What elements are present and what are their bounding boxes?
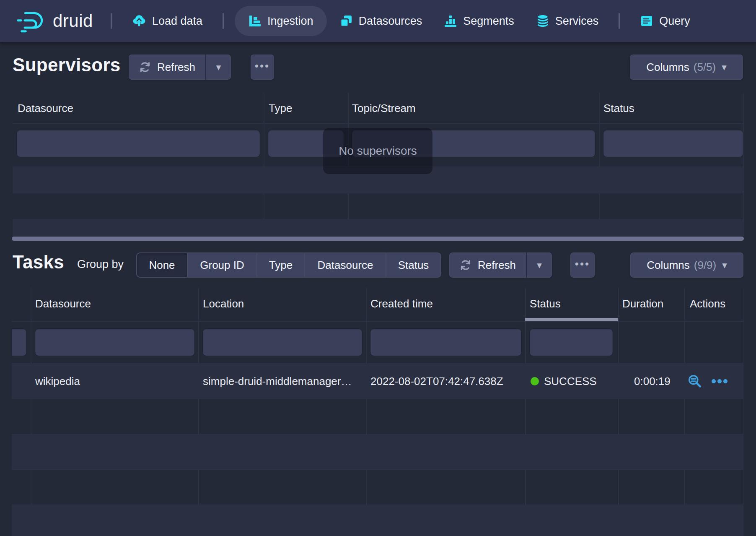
refresh-icon <box>459 259 472 271</box>
segments-bars-icon <box>444 14 457 28</box>
header-created-time[interactable]: Created time <box>370 288 433 319</box>
header-datasource[interactable]: Datasource <box>35 288 91 319</box>
chevron-down-icon: ▾ <box>722 62 727 72</box>
header-duration[interactable]: Duration <box>622 288 663 319</box>
status-text: SUCCESS <box>544 375 597 388</box>
row-more-actions-icon[interactable] <box>711 379 728 384</box>
created-time-filter-input[interactable] <box>370 329 521 356</box>
task-row[interactable]: wikipedia simple-druid-middlemanager… 20… <box>12 364 743 399</box>
query-document-icon <box>640 14 653 28</box>
hidden-column-filter-input[interactable] <box>12 329 26 356</box>
columns-count: (5/5) <box>694 61 716 74</box>
view-details-magnifier-icon[interactable] <box>688 374 702 388</box>
tasks-title: Tasks <box>13 252 64 273</box>
tasks-refresh-button[interactable]: Refresh <box>449 252 526 278</box>
column-divider <box>599 93 600 236</box>
table-row <box>13 220 743 236</box>
supervisors-title: Supervisors <box>13 55 121 75</box>
more-icon: ••• <box>255 60 270 71</box>
cell-duration: 0:00:19 <box>634 364 671 399</box>
nav-divider <box>111 13 112 29</box>
empty-state: No supervisors <box>323 128 432 174</box>
header-topic-stream[interactable]: Topic/Stream <box>352 93 416 124</box>
status-filter-input[interactable] <box>530 329 613 356</box>
header-actions[interactable]: Actions <box>690 288 725 319</box>
group-by-none-button[interactable]: None <box>137 253 187 277</box>
nav-datasources[interactable]: Datasources <box>329 0 433 42</box>
column-divider <box>618 288 619 536</box>
status-filter-input[interactable] <box>603 130 743 157</box>
chevron-down-icon: ▾ <box>537 260 542 270</box>
header-type[interactable]: Type <box>269 93 292 124</box>
nav-query[interactable]: Query <box>629 0 701 42</box>
nav-item-label: Segments <box>463 15 514 28</box>
group-by-button-group: None Group ID Type Datasource Status <box>136 252 441 278</box>
group-by-status-button[interactable]: Status <box>386 253 440 277</box>
nav-item-label: Services <box>555 15 599 28</box>
tasks-table: Datasource Location Created time Status … <box>12 288 743 536</box>
supervisors-more-button[interactable]: ••• <box>251 55 274 80</box>
header-location[interactable]: Location <box>203 288 244 319</box>
chevron-down-icon: ▾ <box>216 62 221 72</box>
supervisors-refresh-button[interactable]: Refresh <box>129 55 205 80</box>
cell-status[interactable]: SUCCESS <box>531 364 597 399</box>
brand-wordmark: druid <box>53 11 93 31</box>
header-status[interactable]: Status <box>530 288 561 319</box>
nav-segments[interactable]: Segments <box>433 0 525 42</box>
header-border <box>12 321 743 322</box>
nav-services[interactable]: Services <box>525 0 610 42</box>
horizontal-scrollbar[interactable] <box>12 237 744 241</box>
empty-state-message: No supervisors <box>339 144 417 158</box>
columns-count: (9/9) <box>694 259 716 272</box>
cell-datasource[interactable]: wikipedia <box>35 364 80 399</box>
layers-icon <box>339 14 353 28</box>
top-nav: druid Load data <box>0 0 756 42</box>
group-by-label: Group by <box>77 257 124 272</box>
column-divider <box>31 288 31 536</box>
cell-location[interactable]: simple-druid-middlemanager… <box>203 364 352 399</box>
refresh-label: Refresh <box>157 61 195 74</box>
column-divider <box>684 288 685 536</box>
ingestion-chart-icon <box>248 14 261 28</box>
cloud-upload-icon <box>132 14 146 28</box>
row-border <box>12 399 743 399</box>
tasks-columns-button[interactable]: Columns (9/9) ▾ <box>630 252 743 278</box>
column-divider <box>366 288 367 536</box>
nav-item-label: Query <box>659 15 690 28</box>
tasks-more-button[interactable]: ••• <box>570 252 595 278</box>
nav-item-label: Datasources <box>359 15 422 28</box>
group-by-type-button[interactable]: Type <box>257 253 304 277</box>
supervisors-table: Datasource Type Topic/Stream Status No s… <box>13 93 744 236</box>
group-by-group-id-button[interactable]: Group ID <box>188 253 256 277</box>
group-by-datasource-button[interactable]: Datasource <box>305 253 386 277</box>
cell-created-time: 2022-08-02T07:42:47.638Z <box>370 364 503 399</box>
nav-item-label: Ingestion <box>267 15 313 28</box>
druid-logo-icon <box>16 9 47 33</box>
datasource-filter-input[interactable] <box>35 329 194 356</box>
header-datasource[interactable]: Datasource <box>18 93 73 124</box>
status-success-dot <box>531 377 539 385</box>
more-icon: ••• <box>575 258 590 269</box>
druid-logo[interactable]: druid <box>16 9 93 33</box>
location-filter-input[interactable] <box>203 329 362 356</box>
column-divider <box>264 93 264 236</box>
tasks-refresh-dropdown[interactable]: ▾ <box>526 252 552 278</box>
refresh-icon <box>139 61 151 73</box>
supervisors-refresh-split-button: Refresh ▾ <box>129 55 231 80</box>
nav-item-label: Load data <box>152 15 202 28</box>
column-divider <box>525 288 526 536</box>
nav-load-data[interactable]: Load data <box>121 0 213 42</box>
refresh-label: Refresh <box>478 259 516 272</box>
header-status[interactable]: Status <box>603 93 634 124</box>
nav-ingestion[interactable]: Ingestion <box>235 6 327 36</box>
columns-label: Columns <box>647 259 690 272</box>
table-row <box>12 435 743 469</box>
supervisors-columns-button[interactable]: Columns (5/5) ▾ <box>630 55 743 80</box>
table-row <box>12 505 743 536</box>
header-border <box>13 123 743 124</box>
supervisors-refresh-dropdown[interactable]: ▾ <box>205 55 231 80</box>
database-icon <box>536 14 549 28</box>
chevron-down-icon: ▾ <box>722 260 727 270</box>
column-divider <box>198 288 199 536</box>
datasource-filter-input[interactable] <box>17 130 260 157</box>
